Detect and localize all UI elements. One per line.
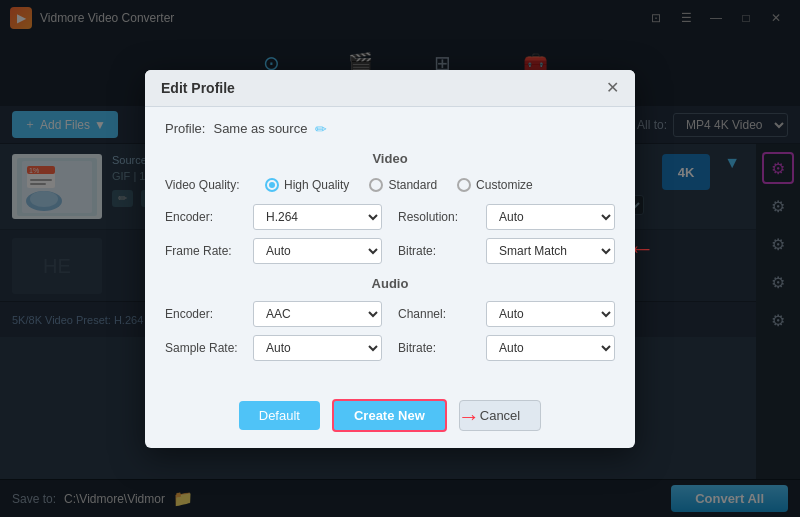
- modal-header: Edit Profile ✕: [145, 70, 635, 107]
- channel-row: Channel: Auto: [398, 301, 615, 327]
- sample-rate-row: Sample Rate: Auto: [165, 335, 382, 361]
- frame-rate-select[interactable]: Auto: [253, 238, 382, 264]
- create-new-button[interactable]: Create New: [332, 399, 447, 432]
- sample-rate-label: Sample Rate:: [165, 341, 245, 355]
- modal-close-button[interactable]: ✕: [606, 80, 619, 96]
- quality-radio-group: High Quality Standard Customize: [265, 178, 533, 192]
- audio-encoder-row: Encoder: AAC: [165, 301, 382, 327]
- quality-standard-option[interactable]: Standard: [369, 178, 437, 192]
- resolution-row: Resolution: Auto: [398, 204, 615, 230]
- video-form-grid: Encoder: H.264 Resolution: Auto Frame Ra…: [165, 204, 615, 264]
- audio-bitrate-select[interactable]: Auto: [486, 335, 615, 361]
- quality-customize-option[interactable]: Customize: [457, 178, 533, 192]
- profile-value: Same as source: [213, 121, 307, 136]
- quality-customize-radio[interactable]: [457, 178, 471, 192]
- channel-label: Channel:: [398, 307, 478, 321]
- audio-section-title: Audio: [165, 276, 615, 291]
- edit-profile-modal: Edit Profile ✕ Profile: Same as source ✏…: [145, 70, 635, 448]
- modal-body: Profile: Same as source ✏ Video Video Qu…: [145, 107, 635, 387]
- bitrate-row: Bitrate: Smart Match: [398, 238, 615, 264]
- audio-form-grid: Encoder: AAC Channel: Auto Sample Rate:: [165, 301, 615, 361]
- frame-rate-row: Frame Rate: Auto: [165, 238, 382, 264]
- modal-footer: Default → Create New Cancel: [145, 387, 635, 448]
- encoder-row: Encoder: H.264: [165, 204, 382, 230]
- create-new-arrow-indicator: →: [458, 404, 480, 430]
- audio-bitrate-row: Bitrate: Auto: [398, 335, 615, 361]
- quality-row: Video Quality: High Quality Standard Cus…: [165, 178, 615, 192]
- quality-high-radio[interactable]: [265, 178, 279, 192]
- quality-high-option[interactable]: High Quality: [265, 178, 349, 192]
- encoder-label: Encoder:: [165, 210, 245, 224]
- profile-edit-icon[interactable]: ✏: [315, 121, 327, 137]
- modal-title: Edit Profile: [161, 80, 235, 96]
- frame-rate-label: Frame Rate:: [165, 244, 245, 258]
- audio-encoder-select[interactable]: AAC: [253, 301, 382, 327]
- audio-bitrate-label: Bitrate:: [398, 341, 478, 355]
- video-section-title: Video: [165, 151, 615, 166]
- profile-label: Profile:: [165, 121, 205, 136]
- sample-rate-select[interactable]: Auto: [253, 335, 382, 361]
- channel-select[interactable]: Auto: [486, 301, 615, 327]
- quality-label: Video Quality:: [165, 178, 265, 192]
- quality-standard-radio[interactable]: [369, 178, 383, 192]
- bitrate-select[interactable]: Smart Match: [486, 238, 615, 264]
- encoder-select[interactable]: H.264: [253, 204, 382, 230]
- profile-row: Profile: Same as source ✏: [165, 121, 615, 137]
- modal-overlay: Edit Profile ✕ Profile: Same as source ✏…: [0, 0, 800, 517]
- default-button[interactable]: Default: [239, 401, 320, 430]
- quality-standard-label: Standard: [388, 178, 437, 192]
- quality-high-label: High Quality: [284, 178, 349, 192]
- bitrate-label: Bitrate:: [398, 244, 478, 258]
- quality-customize-label: Customize: [476, 178, 533, 192]
- audio-encoder-label: Encoder:: [165, 307, 245, 321]
- resolution-select[interactable]: Auto: [486, 204, 615, 230]
- resolution-label: Resolution:: [398, 210, 478, 224]
